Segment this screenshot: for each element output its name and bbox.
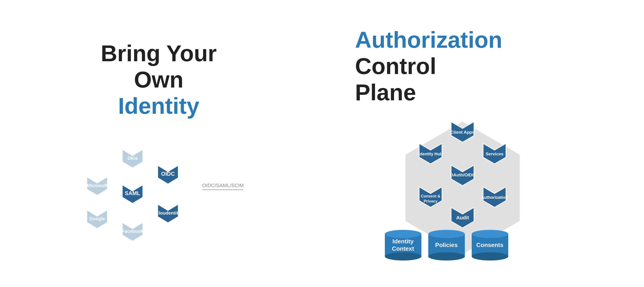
cylinder-label-identity: Identity Context [385,238,422,252]
hex-authorization: Authorization [481,195,508,200]
connector-line [202,190,244,190]
left-title: Bring Your Own Identity [101,40,217,119]
hex-services: Services [486,152,503,156]
cylinder-top-identity [385,230,422,238]
hex-oidc: OIDC [161,171,175,177]
hex-consent-privacy: Consent & [421,194,440,198]
hex-oauth-oidc: OAuth/OIDC [450,172,475,177]
left-section: Bring Your Own Identity Microsoft Okta G… [56,40,262,247]
cylinder-bottom-identity [385,252,422,260]
hex-identity-hub: Identity Hub [419,152,442,156]
title-line2: Own [101,66,217,93]
hex-saml: SAML [125,190,140,196]
title-line3: Identity [101,93,217,119]
left-hex-cluster: Microsoft Okta Google Facebook SAML OIDC [74,133,244,247]
database-section: Identity Context Policies Consen [385,230,540,260]
cylinder-top-consents [472,230,508,238]
hex-okta: Okta [127,156,138,161]
right-title-line3: Plane [355,79,502,106]
connector: OIDC/SAML/SCIM [202,190,244,190]
hex-google: Google [89,216,105,221]
cylinder-bottom-consents [472,252,508,260]
right-hex-svg: Client Apps Identity Hub Services OAuth/… [385,115,540,224]
db-identity-context: Identity Context [385,230,422,260]
hex-microsoft: Microsoft [87,183,108,188]
right-title-line2: Control [355,53,502,79]
right-hex-cluster: Client Apps Identity Hub Services OAuth/… [385,115,540,260]
title-line1: Bring Your [101,40,217,66]
hex-facebook: Facebook [122,229,143,234]
db-policies: Policies [428,230,465,260]
cylinder-bottom-policies [428,252,465,260]
main-layout: Bring Your Own Identity Microsoft Okta G… [0,0,644,287]
cylinder-label-policies: Policies [433,242,460,248]
hex-client-apps: Client Apps [450,130,474,134]
hex-cloudentity: Cloudentity [156,210,181,216]
right-title: Authorization Control Plane [355,27,502,106]
right-section: Authorization Control Plane Client Apps … [337,27,588,260]
right-title-line1: Authorization [355,27,502,53]
db-consents: Consents [472,230,508,260]
hex-consent-privacy2: Privacy [424,199,438,203]
cylinder-top-policies [428,230,465,238]
hex-audit: Audit [456,215,469,220]
cylinder-label-consents: Consents [474,242,506,248]
left-hex-svg: Microsoft Okta Google Facebook SAML OIDC [74,133,202,247]
connector-label: OIDC/SAML/SCIM [202,182,244,188]
